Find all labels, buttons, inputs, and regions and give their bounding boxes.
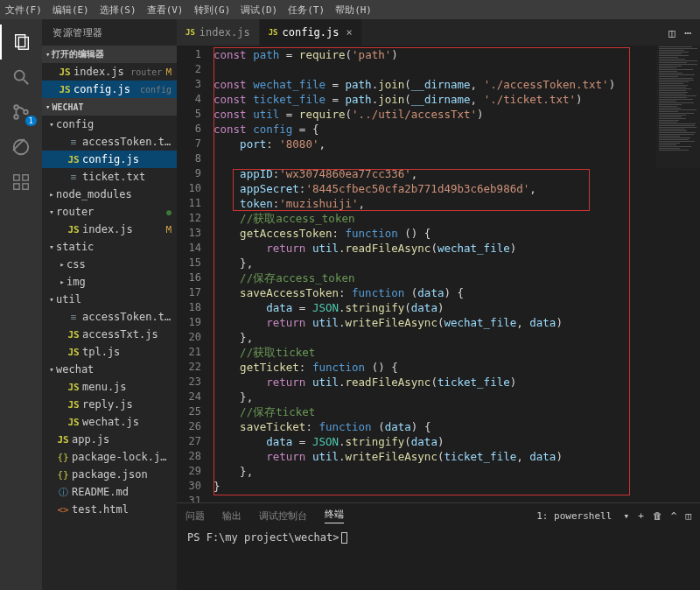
bottom-panel: 问题输出调试控制台终端1: powershell ▾+🗑^◫ PS F:\my … xyxy=(177,502,700,590)
folder-item[interactable]: ▾static xyxy=(42,238,177,256)
open-editors-list: JSindex.jsrouterMJSconfig.jsconfig xyxy=(42,63,177,98)
chevron-icon: ▾ xyxy=(47,365,56,374)
folder-item[interactable]: ▸node_modules xyxy=(42,186,177,203)
menu-item[interactable]: 编辑(E) xyxy=(52,4,89,17)
sidebar: 资源管理器 ▾打开的编辑器 JSindex.jsrouterMJSconfig.… xyxy=(42,19,177,590)
js-icon: JS xyxy=(66,417,80,428)
split-icon[interactable]: ◫ xyxy=(668,26,676,39)
js-icon: JS xyxy=(58,67,72,78)
open-editor-item[interactable]: JSindex.jsrouterM xyxy=(42,63,177,81)
file-tree: ▾config≡accessToken.txtJSconfig.js≡ticke… xyxy=(42,116,177,518)
open-editors-header[interactable]: ▾打开的编辑器 xyxy=(42,46,177,63)
file-item[interactable]: {}package-lock.json xyxy=(42,448,177,466)
menu-item[interactable]: 帮助(H) xyxy=(335,4,372,17)
terminal[interactable]: PS F:\my project\wechat> xyxy=(177,528,700,590)
sidebar-title: 资源管理器 xyxy=(42,19,177,46)
extensions-icon[interactable] xyxy=(0,165,42,200)
panel-tab[interactable]: 调试控制台 xyxy=(259,509,307,523)
file-item[interactable]: JSwechat.js xyxy=(42,413,177,431)
dirty-dot-icon: ● xyxy=(166,207,172,217)
chevron-icon: ▾ xyxy=(47,295,56,304)
activity-bar: 1 xyxy=(0,19,42,590)
svg-rect-10 xyxy=(14,184,19,189)
file-item[interactable]: ≡ticket.txt xyxy=(42,168,177,186)
debug-icon[interactable] xyxy=(0,130,42,165)
file-item[interactable]: JSconfig.js xyxy=(42,151,177,168)
html-icon: <> xyxy=(56,504,70,516)
folder-item[interactable]: ▾config xyxy=(42,116,177,133)
panel-tab[interactable]: 终端 xyxy=(325,508,344,523)
file-item[interactable]: JSindex.jsM xyxy=(42,221,177,238)
code-area[interactable]: 1234567891011121314151617181920212223242… xyxy=(177,46,700,502)
folder-item[interactable]: ▸img xyxy=(42,273,177,291)
kill-terminal-icon[interactable]: 🗑 xyxy=(653,510,662,522)
panel-tab[interactable]: 问题 xyxy=(186,509,205,523)
chevron-icon: ▾ xyxy=(47,207,56,216)
js-icon: JS xyxy=(66,399,80,411)
file-item[interactable]: ⓘREADME.md xyxy=(42,483,177,501)
menu-item[interactable]: 调试(D) xyxy=(241,4,277,17)
close-icon[interactable]: × xyxy=(346,26,353,39)
terminal-selector[interactable]: 1: powershell ▾ xyxy=(536,510,629,522)
js-icon: JS xyxy=(66,347,80,358)
menu-item[interactable]: 任务(T) xyxy=(288,4,325,17)
cursor-icon xyxy=(341,532,347,544)
json-icon: {} xyxy=(56,469,70,481)
svg-rect-12 xyxy=(23,175,28,180)
js-icon: JS xyxy=(58,84,72,95)
file-item[interactable]: JStpl.js xyxy=(42,343,177,361)
json-icon: {} xyxy=(56,452,70,463)
panel-tabs: 问题输出调试控制台终端1: powershell ▾+🗑^◫ xyxy=(177,503,700,528)
minimap[interactable] xyxy=(656,46,700,168)
js-icon: JS xyxy=(56,434,70,446)
main-layout: 1 资源管理器 ▾打开的编辑器 JSindex.jsrouterMJSconfi… xyxy=(0,19,700,590)
file-item[interactable]: <>test.html xyxy=(42,501,177,518)
explorer-icon[interactable] xyxy=(0,25,42,60)
maximize-panel-icon[interactable]: ^ xyxy=(671,510,677,522)
js-icon: JS xyxy=(269,28,278,37)
txt-icon: ≡ xyxy=(66,137,80,148)
line-gutter: 1234567891011121314151617181920212223242… xyxy=(177,46,214,502)
file-item[interactable]: {}package.json xyxy=(42,466,177,483)
search-icon[interactable] xyxy=(0,60,42,95)
svg-point-6 xyxy=(24,110,28,115)
file-item[interactable]: JSapp.js xyxy=(42,431,177,448)
file-item[interactable]: JSmenu.js xyxy=(42,378,177,396)
project-header[interactable]: ▾WECHAT xyxy=(42,98,177,116)
folder-item[interactable]: ▾util xyxy=(42,291,177,308)
editor-group: JSindex.jsJSconfig.js×◫⋯ 123456789101112… xyxy=(177,19,700,590)
file-item[interactable]: ≡accessToken.txt xyxy=(42,133,177,151)
svg-point-2 xyxy=(15,71,24,81)
svg-line-3 xyxy=(24,80,29,85)
menu-item[interactable]: 选择(S) xyxy=(100,4,136,17)
md-icon: ⓘ xyxy=(56,486,70,499)
editor-tab[interactable]: JSconfig.js× xyxy=(260,19,362,46)
menu-item[interactable]: 查看(V) xyxy=(147,4,184,17)
file-item[interactable]: ≡accessToken.txt xyxy=(42,308,177,326)
js-icon: JS xyxy=(66,329,80,341)
folder-item[interactable]: ▾wechat xyxy=(42,361,177,378)
menu-item[interactable]: 文件(F) xyxy=(5,4,42,17)
file-item[interactable]: JSaccessTxt.js xyxy=(42,326,177,343)
chevron-icon: ▸ xyxy=(58,277,66,286)
file-item[interactable]: JSreply.js xyxy=(42,396,177,413)
terminal-prompt: PS F:\my project\wechat> xyxy=(187,531,339,544)
editor-tab[interactable]: JSindex.js xyxy=(177,19,260,46)
scm-icon[interactable]: 1 xyxy=(0,95,42,130)
js-icon: JS xyxy=(186,28,195,37)
chevron-icon: ▸ xyxy=(47,190,56,199)
chevron-icon: ▾ xyxy=(47,120,56,129)
svg-rect-11 xyxy=(23,184,28,189)
new-terminal-icon[interactable]: + xyxy=(638,510,644,522)
code-content[interactable]: const path = require('path') const wecha… xyxy=(214,46,700,502)
chevron-icon: ▸ xyxy=(58,260,66,269)
menu-item[interactable]: 转到(G) xyxy=(194,4,231,17)
folder-item[interactable]: ▾router● xyxy=(42,203,177,221)
folder-item[interactable]: ▸css xyxy=(42,256,177,273)
more-icon[interactable]: ⋯ xyxy=(684,26,691,39)
open-editor-item[interactable]: JSconfig.jsconfig xyxy=(42,81,177,98)
txt-icon: ≡ xyxy=(66,172,80,183)
panel-tab[interactable]: 输出 xyxy=(222,509,242,523)
svg-point-5 xyxy=(14,115,18,119)
split-panel-icon[interactable]: ◫ xyxy=(685,510,691,522)
